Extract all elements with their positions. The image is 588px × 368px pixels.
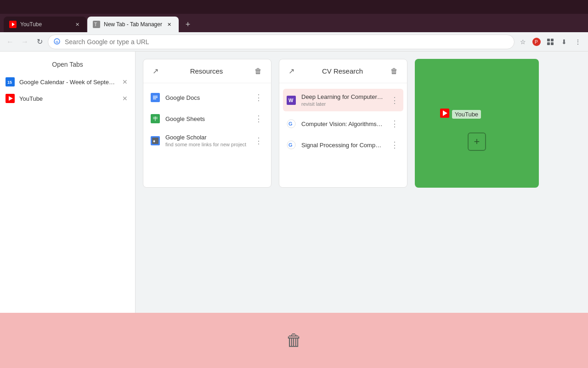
- cv-research-items: W Deep Learning for Computer Vision: ...…: [279, 83, 407, 159]
- back-button[interactable]: ←: [4, 35, 17, 48]
- cv-algorithms-text: Computer Vision: Algorithms and Ap...: [301, 121, 384, 127]
- cv-algorithms[interactable]: G Computer Vision: Algorithms and Ap... …: [279, 113, 407, 134]
- drop-zone[interactable]: YouTube +: [415, 59, 539, 188]
- resources-open-icon[interactable]: ↗: [151, 65, 160, 77]
- deep-learning-menu[interactable]: ⋮: [390, 94, 400, 106]
- resources-header: ↗ Resources 🗑: [143, 59, 271, 83]
- signal-processing-title: Signal Processing for Computer Visi...: [301, 142, 384, 149]
- tab-youtube[interactable]: YouTube ✕: [4, 17, 86, 32]
- cv-algorithms-menu[interactable]: ⋮: [390, 118, 400, 130]
- svg-text:P: P: [535, 40, 538, 45]
- svg-text:G: G: [56, 40, 58, 44]
- youtube-favicon: [9, 21, 17, 28]
- svg-text:♦: ♦: [153, 138, 155, 144]
- svg-text:G: G: [288, 142, 293, 148]
- svg-rect-9: [551, 39, 554, 41]
- svg-text:G: G: [288, 121, 293, 126]
- bookmark-icon[interactable]: ☆: [516, 35, 529, 48]
- cv-signal-processing[interactable]: G Signal Processing for Computer Visi...…: [279, 134, 407, 155]
- resources-delete-icon[interactable]: 🗑: [253, 65, 264, 77]
- open-tab-youtube-title: YouTube: [19, 95, 116, 102]
- profile-icon[interactable]: P: [530, 35, 543, 48]
- open-tabs-title: Open Tabs: [0, 57, 135, 74]
- cv-research-open-icon[interactable]: ↗: [287, 65, 296, 77]
- collection-resources: ↗ Resources 🗑 Google Docs ⋮: [143, 59, 271, 188]
- delete-icon: 🗑: [286, 331, 302, 350]
- resources-title: Resources: [164, 67, 249, 75]
- signal-processing-menu[interactable]: ⋮: [390, 139, 400, 151]
- cv-algorithms-favicon: G: [287, 119, 296, 128]
- forward-button[interactable]: →: [18, 35, 31, 48]
- google-icon: G: [54, 38, 61, 46]
- cv-research-title: CV Research: [300, 67, 385, 75]
- svg-rect-11: [551, 42, 554, 45]
- settings-icon[interactable]: ⋮: [571, 35, 584, 48]
- title-bar: [0, 0, 588, 14]
- svg-text:T: T: [94, 22, 97, 27]
- google-scholar-text: Google Scholar find some more links for …: [165, 134, 248, 147]
- deep-learning-title: Deep Learning for Computer Vision: ...: [301, 93, 384, 100]
- deep-learning-text: Deep Learning for Computer Vision: ... r…: [301, 93, 384, 107]
- deep-learning-subtitle: revisit later: [301, 101, 384, 107]
- cv-deep-learning[interactable]: W Deep Learning for Computer Vision: ...…: [283, 89, 403, 111]
- open-tab-calendar-title: Google Calendar - Week of Septemb...: [19, 79, 116, 86]
- cv-research-header: ↗ CV Research 🗑: [279, 59, 407, 83]
- google-docs-menu[interactable]: ⋮: [254, 92, 264, 104]
- svg-text:15: 15: [7, 80, 12, 85]
- open-tab-youtube[interactable]: YouTube ✕: [0, 90, 135, 107]
- google-docs-text: Google Docs: [165, 94, 248, 101]
- svg-rect-8: [547, 39, 550, 41]
- cv-algorithms-title: Computer Vision: Algorithms and Ap...: [301, 121, 384, 127]
- google-sheets-title: Google Sheets: [165, 115, 248, 122]
- close-calendar-tab[interactable]: ✕: [120, 77, 130, 86]
- drop-preview: YouTube: [440, 109, 481, 120]
- svg-text:W: W: [288, 98, 294, 103]
- tab-newtab-close[interactable]: ✕: [166, 21, 173, 28]
- google-scholar-menu[interactable]: ⋮: [254, 135, 264, 147]
- resource-google-scholar[interactable]: ♦ Google Scholar find some more links fo…: [143, 129, 271, 152]
- refresh-button[interactable]: ↻: [33, 35, 46, 48]
- google-scholar-title: Google Scholar: [165, 134, 248, 141]
- docs-favicon: [151, 93, 160, 102]
- tab-youtube-title: YouTube: [20, 21, 70, 28]
- browser-chrome: YouTube ✕ T New Tab - Tab Manager ✕ + ← …: [0, 0, 588, 52]
- download-icon[interactable]: ⬇: [558, 35, 571, 48]
- toolbar-right: ☆ P ⬇ ⋮: [516, 35, 584, 48]
- sheets-favicon: [151, 114, 160, 123]
- cv-research-delete-icon[interactable]: 🗑: [389, 65, 400, 77]
- bottom-delete-zone[interactable]: 🗑: [0, 313, 588, 368]
- open-tab-calendar[interactable]: 15 Google Calendar - Week of Septemb... …: [0, 74, 135, 90]
- google-docs-title: Google Docs: [165, 94, 248, 101]
- tab-youtube-close[interactable]: ✕: [74, 21, 81, 28]
- youtube-tab-favicon: [6, 94, 15, 103]
- calendar-favicon: 15: [6, 77, 15, 86]
- google-sheets-text: Google Sheets: [165, 115, 248, 122]
- drop-preview-label: YouTube: [452, 110, 481, 119]
- signal-processing-text: Signal Processing for Computer Visi...: [301, 142, 384, 149]
- address-input[interactable]: [65, 38, 509, 46]
- newtab-favicon: T: [93, 21, 100, 28]
- tab-bar: YouTube ✕ T New Tab - Tab Manager ✕ +: [0, 14, 588, 32]
- tab-newtab[interactable]: T New Tab - Tab Manager ✕: [87, 17, 179, 32]
- toolbar: ← → ↻ G ☆ P ⬇ ⋮: [0, 32, 588, 52]
- collection-cv-research: ↗ CV Research 🗑 W Deep Learning for Comp…: [279, 59, 407, 188]
- deep-learning-favicon: W: [287, 96, 296, 105]
- google-sheets-menu[interactable]: ⋮: [254, 113, 264, 125]
- google-scholar-subtitle: find some more links for new project: [165, 142, 248, 147]
- tab-newtab-title: New Tab - Tab Manager: [104, 21, 162, 28]
- resources-items: Google Docs ⋮ Google Sheets ⋮ ♦: [143, 83, 271, 155]
- drop-preview-icon: [440, 109, 449, 120]
- svg-rect-10: [547, 42, 550, 45]
- address-bar[interactable]: G: [48, 34, 514, 49]
- add-collection-btn[interactable]: +: [468, 132, 486, 151]
- scholar-favicon: ♦: [151, 136, 160, 145]
- signal-processing-favicon: G: [287, 140, 296, 150]
- new-tab-button[interactable]: +: [181, 18, 194, 31]
- extensions-icon[interactable]: [544, 35, 557, 48]
- close-youtube-tab[interactable]: ✕: [120, 94, 130, 103]
- resource-google-docs[interactable]: Google Docs ⋮: [143, 87, 271, 108]
- resource-google-sheets[interactable]: Google Sheets ⋮: [143, 108, 271, 129]
